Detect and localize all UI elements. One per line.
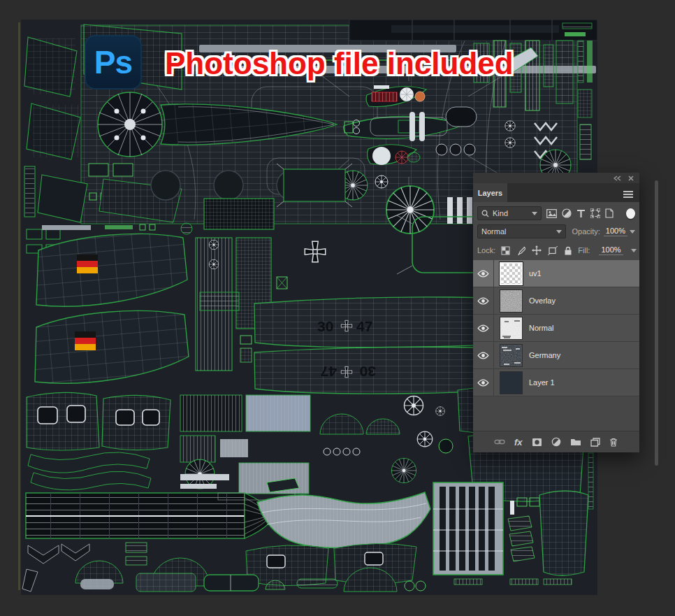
- svg-text:47: 47: [321, 364, 337, 380]
- uv-wing-upper: [36, 234, 187, 306]
- layer-row-uv1[interactable]: uv1: [473, 260, 639, 287]
- collapse-panel-icon[interactable]: [614, 176, 621, 181]
- layer-name[interactable]: Overlay: [529, 296, 556, 305]
- uv-cowling: [257, 478, 430, 547]
- blend-mode-row: Normal Opacity: 100%: [473, 224, 639, 238]
- close-panel-icon[interactable]: [628, 176, 634, 181]
- new-adjustment-layer-icon[interactable]: [551, 437, 561, 447]
- chevron-down-icon[interactable]: [631, 249, 637, 252]
- layer-name[interactable]: Normal: [529, 324, 553, 332]
- lock-artboard-icon[interactable]: [548, 246, 558, 255]
- layer-style-button[interactable]: fx: [514, 437, 523, 447]
- link-layers-icon[interactable]: [494, 438, 505, 445]
- layer-thumbnail[interactable]: [500, 262, 523, 285]
- german-flag: [75, 331, 96, 350]
- layer-list-empty-area: [473, 396, 639, 431]
- new-layer-icon[interactable]: [590, 438, 600, 447]
- visibility-toggle[interactable]: [473, 287, 494, 314]
- german-flag: [77, 255, 98, 273]
- photoshop-workspace: { "canvas": { "logo_text": "Ps", "banner…: [0, 0, 675, 616]
- tab-layers[interactable]: Layers: [473, 183, 507, 202]
- eye-icon: [477, 297, 489, 305]
- chevron-down-icon: [532, 212, 537, 215]
- lock-position-icon[interactable]: [532, 245, 542, 255]
- lock-all-icon[interactable]: [564, 246, 572, 255]
- svg-text:30: 30: [360, 364, 376, 380]
- visibility-toggle[interactable]: [473, 260, 494, 287]
- vertical-scrollbar[interactable]: [655, 180, 658, 466]
- fill-label: Fill:: [578, 246, 590, 255]
- blend-mode-value: Normal: [481, 227, 506, 236]
- uv-canopy-parts: [27, 392, 170, 489]
- add-layer-mask-icon[interactable]: [532, 438, 542, 447]
- opacity-label: Opacity:: [572, 227, 600, 236]
- filter-shape-layers-icon[interactable]: [590, 208, 600, 218]
- panel-tab-row: Layers: [473, 183, 639, 202]
- layer-thumbnail[interactable]: [500, 317, 523, 340]
- uv-dome-cluster: [320, 396, 453, 483]
- eye-icon: [477, 379, 489, 387]
- lock-label: Lock:: [477, 246, 495, 255]
- lock-pixels-brush-icon[interactable]: [516, 246, 525, 255]
- layer-name[interactable]: uv1: [529, 269, 542, 278]
- layer-thumbnail[interactable]: [500, 344, 523, 367]
- eye-icon: [477, 352, 489, 359]
- eye-icon: [477, 270, 489, 278]
- visibility-toggle[interactable]: [473, 369, 494, 396]
- layer-name[interactable]: Germany: [529, 351, 560, 359]
- filter-toggle[interactable]: [626, 208, 635, 219]
- search-icon: [481, 210, 489, 217]
- blend-mode-dropdown[interactable]: Normal: [477, 224, 566, 238]
- layers-panel: Layers Kind: [473, 173, 639, 452]
- panel-footer: fx: [473, 431, 639, 452]
- uv-aircraft-code-left: 30: [317, 318, 333, 334]
- lock-row: Lock: Fill: 100%: [473, 244, 639, 257]
- filter-type-layers-icon[interactable]: [576, 209, 586, 217]
- uv-top-bar: [349, 20, 597, 41]
- filter-kind-dropdown[interactable]: Kind: [477, 206, 542, 220]
- uv-belly-band: [26, 493, 295, 538]
- lock-transparency-icon[interactable]: [501, 246, 510, 255]
- photoshop-logo: Ps: [85, 35, 142, 89]
- fill-value[interactable]: 100%: [599, 245, 623, 255]
- uv-balkenkreuz: [305, 241, 325, 262]
- eye-icon: [477, 324, 489, 332]
- chevron-down-icon[interactable]: [630, 230, 635, 234]
- uv-wing-lower: [35, 310, 189, 383]
- filter-kind-label: Kind: [493, 209, 508, 217]
- new-group-icon[interactable]: [570, 438, 581, 446]
- layer-thumbnail[interactable]: [500, 289, 523, 313]
- canvas-edge-line: [18, 22, 20, 590]
- uv-aircraft-code-right: 47: [356, 318, 372, 334]
- layer-thumbnail[interactable]: [500, 371, 523, 394]
- visibility-toggle[interactable]: [473, 342, 494, 368]
- filter-adjustment-layers-icon[interactable]: [562, 208, 572, 218]
- delete-layer-icon[interactable]: [609, 438, 618, 447]
- chevron-down-icon: [556, 230, 562, 234]
- layer-row-overlay[interactable]: Overlay: [473, 287, 639, 315]
- filter-smart-objects-icon[interactable]: [605, 208, 614, 218]
- layer-name[interactable]: Layer 1: [529, 378, 555, 387]
- opacity-value[interactable]: 100%: [604, 227, 627, 236]
- panel-menu-icon[interactable]: [623, 191, 633, 192]
- visibility-toggle[interactable]: [473, 315, 494, 341]
- panel-title-bar: [473, 173, 639, 183]
- layer-filter-row: Kind: [473, 206, 639, 220]
- layer-row-normal[interactable]: Normal: [473, 315, 639, 342]
- layer-row-layer1[interactable]: Layer 1: [473, 369, 639, 396]
- banner-text: Photoshop file included: [165, 46, 514, 81]
- filter-pixel-layers-icon[interactable]: [546, 209, 557, 218]
- layer-list: uv1 Overlay Normal: [473, 260, 639, 396]
- layer-row-germany[interactable]: Germany: [473, 342, 639, 369]
